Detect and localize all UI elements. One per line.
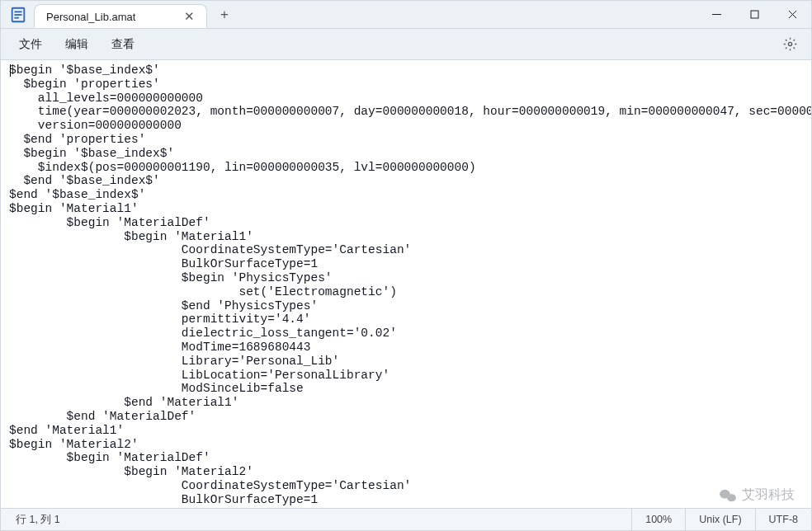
status-encoding[interactable]: UTF-8 xyxy=(756,509,811,530)
svg-point-8 xyxy=(788,42,791,45)
minimize-button[interactable] xyxy=(697,1,735,29)
status-zoom[interactable]: 100% xyxy=(632,509,686,530)
settings-button[interactable] xyxy=(775,30,805,59)
maximize-button[interactable] xyxy=(735,1,773,29)
menu-edit[interactable]: 编辑 xyxy=(54,32,100,57)
statusbar: 行 1, 列 1 100% Unix (LF) UTF-8 xyxy=(1,508,811,530)
editor-area[interactable]: $begin '$base_index$' $begin 'properties… xyxy=(1,60,811,508)
close-button[interactable] xyxy=(773,1,811,29)
svg-rect-5 xyxy=(751,11,758,18)
tab-title: Personal_Lib.amat xyxy=(46,11,135,23)
status-position[interactable]: 行 1, 列 1 xyxy=(1,509,632,530)
text-cursor xyxy=(10,64,11,77)
editor-content: $begin '$base_index$' $begin 'properties… xyxy=(9,63,811,506)
titlebar: Personal_Lib.amat ✕ + xyxy=(1,1,811,29)
menu-view[interactable]: 查看 xyxy=(100,32,146,57)
menu-file[interactable]: 文件 xyxy=(7,32,54,57)
tab-active[interactable]: Personal_Lib.amat ✕ xyxy=(34,4,207,28)
app-icon xyxy=(9,6,27,24)
window-controls xyxy=(697,1,811,28)
menubar: 文件 编辑 查看 xyxy=(1,29,811,60)
tab-close-button[interactable]: ✕ xyxy=(184,9,195,24)
status-line-endings[interactable]: Unix (LF) xyxy=(686,509,755,530)
new-tab-button[interactable]: + xyxy=(212,1,237,28)
